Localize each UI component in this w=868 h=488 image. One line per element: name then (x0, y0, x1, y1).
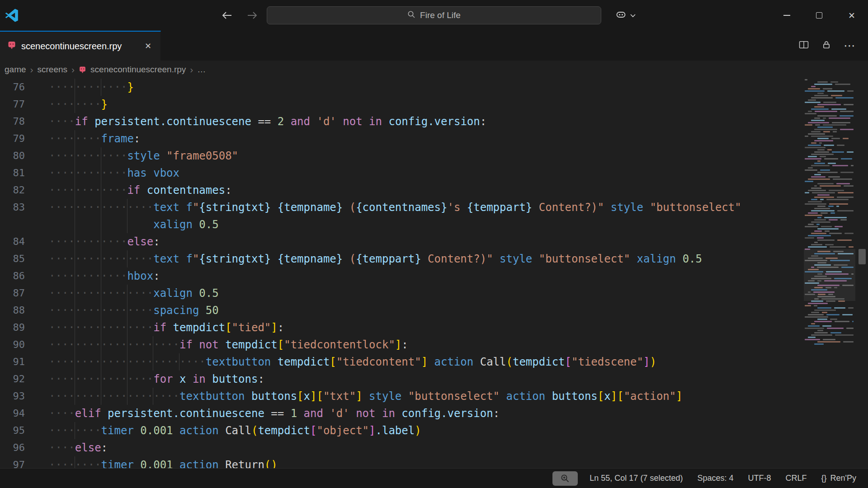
code-token (193, 218, 199, 231)
forward-button[interactable] (245, 8, 259, 23)
minimap-bar (816, 224, 820, 225)
code-text: ············has vbox (25, 164, 179, 182)
code-line[interactable]: 95········timer 0.001 action Call(tempdi… (0, 422, 868, 439)
line-number[interactable]: 91 (0, 353, 25, 371)
code-line[interactable]: 97········timer 0.001 action Return() (0, 456, 868, 468)
tab-scenecontinuescreen[interactable]: scenecontinuescreen.rpy ✕ (0, 31, 161, 61)
copilot-menu[interactable] (615, 0, 636, 31)
line-number[interactable]: 97 (0, 456, 25, 468)
line-number[interactable]: 89 (0, 319, 25, 336)
command-center-search[interactable]: Fire of Life (267, 6, 601, 24)
code-line[interactable]: 78····if persistent.continuescene == 2 a… (0, 113, 868, 130)
code-line[interactable]: 79········frame: (0, 130, 868, 147)
line-number[interactable]: 90 (0, 336, 25, 353)
code-line[interactable]: 85················text f"{stringtxt} {te… (0, 250, 868, 267)
code-line[interactable]: 83················text f"{stringtxt} {te… (0, 199, 868, 216)
code-line[interactable]: 90····················if not tempdict["t… (0, 336, 868, 353)
cursor-position-status[interactable]: Ln 55, Col 17 (7 selected) (590, 474, 683, 483)
code-token (134, 424, 140, 437)
line-number[interactable]: 83 (0, 199, 25, 216)
code-line[interactable]: 89················if tempdict["tied"]: (0, 319, 868, 336)
code-line[interactable]: 87················xalign 0.5 (0, 285, 868, 302)
code-line[interactable]: 81············has vbox (0, 164, 868, 182)
zoom-indicator[interactable] (552, 471, 578, 486)
indentation-status[interactable]: Spaces: 4 (697, 474, 733, 483)
breadcrumb-screens[interactable]: screens (38, 65, 68, 75)
code-token: ················ (49, 371, 153, 388)
minimap-bar (852, 321, 854, 322)
line-number[interactable]: 92 (0, 371, 25, 388)
line-number[interactable]: 84 (0, 233, 25, 250)
minimize-button[interactable] (770, 0, 803, 31)
line-number[interactable] (0, 216, 25, 233)
lock-icon[interactable] (822, 40, 831, 51)
status-bar: Ln 55, Col 17 (7 selected) Spaces: 4 UTF… (0, 468, 868, 488)
split-editor-icon[interactable] (798, 40, 809, 51)
line-number[interactable]: 96 (0, 439, 25, 456)
line-number[interactable]: 81 (0, 164, 25, 182)
eol-status[interactable]: CRLF (785, 474, 807, 483)
maximize-button[interactable] (803, 0, 835, 31)
line-number[interactable]: 79 (0, 130, 25, 147)
code-token (147, 167, 153, 179)
minimap[interactable] (804, 79, 855, 468)
line-number[interactable]: 93 (0, 388, 25, 405)
code-token: "tiedscene" (571, 356, 643, 368)
minimap-slider[interactable] (804, 249, 855, 301)
line-number[interactable]: 86 (0, 267, 25, 285)
code-token: == (251, 115, 278, 128)
code-line[interactable]: 76············} (0, 79, 868, 96)
code-line[interactable]: 82············if contentnames: (0, 182, 868, 199)
editor[interactable]: 76············}77········}78····if persi… (0, 79, 868, 468)
code-line[interactable]: 88················spacing 50 (0, 302, 868, 319)
line-number[interactable]: 82 (0, 182, 25, 199)
line-number[interactable]: 80 (0, 147, 25, 164)
line-number[interactable]: 95 (0, 422, 25, 439)
breadcrumb-game[interactable]: game (5, 65, 26, 75)
minimap-bar (832, 151, 844, 153)
language-mode-status[interactable]: {} Ren'Py (821, 474, 857, 483)
vertical-scrollbar-thumb[interactable] (859, 249, 866, 264)
code-text: ····elif persistent.continuescene == 1 a… (25, 405, 500, 422)
minimap-bar (836, 206, 839, 207)
back-button[interactable] (220, 8, 234, 23)
minimap-bar (814, 197, 834, 198)
line-number[interactable]: 76 (0, 79, 25, 96)
more-actions-icon[interactable]: ⋯ (844, 40, 855, 52)
code-line[interactable]: xalign 0.5 (0, 216, 868, 233)
code-line[interactable]: 91························textbutton tem… (0, 353, 868, 371)
breadcrumb-symbol[interactable]: … (197, 65, 206, 75)
line-number[interactable]: 88 (0, 302, 25, 319)
minimap-bar (814, 129, 837, 130)
tab-close-icon[interactable]: ✕ (143, 40, 153, 52)
line-number[interactable]: 85 (0, 250, 25, 267)
line-number[interactable]: 77 (0, 96, 25, 113)
breadcrumb-filename[interactable]: scenecontinuescreen.rpy (90, 65, 186, 75)
line-number[interactable]: 78 (0, 113, 25, 130)
minimap-bar (837, 210, 854, 211)
code-line[interactable]: 86············hbox: (0, 267, 868, 285)
code-line[interactable]: 92················for x in buttons: (0, 371, 868, 388)
minimap-bar (829, 233, 842, 234)
code-line[interactable]: 84············else: (0, 233, 868, 250)
code-token: "buttonselect" (650, 201, 741, 214)
close-window-button[interactable]: ✕ (835, 0, 868, 31)
code-line[interactable]: 94····elif persistent.continuescene == 1… (0, 405, 868, 422)
minimap-bar (847, 151, 854, 153)
code-line[interactable]: 96····else: (0, 439, 868, 456)
line-number[interactable]: 94 (0, 405, 25, 422)
code-text: ············} (25, 79, 134, 96)
code-line[interactable]: 80············style "frame0508" (0, 147, 868, 164)
code-text: ············if contentnames: (25, 182, 232, 199)
code-line[interactable]: 93····················textbutton buttons… (0, 388, 868, 405)
code-token (500, 390, 506, 403)
code-line[interactable]: 77········} (0, 96, 868, 113)
code-token: xalign (637, 253, 676, 265)
copilot-icon (615, 9, 627, 22)
minimap-bar (805, 237, 814, 239)
encoding-status[interactable]: UTF-8 (748, 474, 771, 483)
code-token: if (179, 338, 193, 351)
line-number[interactable]: 87 (0, 285, 25, 302)
code-token: 'd' (330, 407, 349, 420)
code-token (297, 407, 303, 420)
